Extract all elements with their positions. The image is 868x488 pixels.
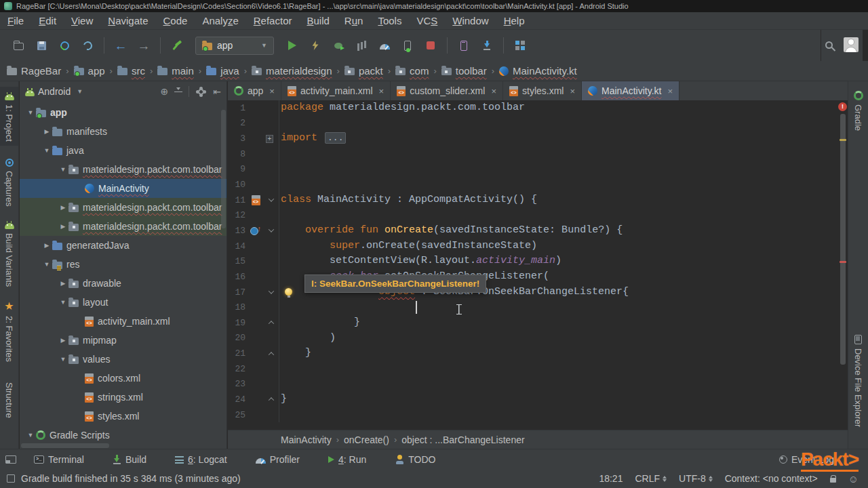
code-editor[interactable]: 1package materialdesign.packt.com.toolba… xyxy=(228,100,848,430)
warning-stripe-mark[interactable] xyxy=(840,139,846,141)
tree-down-arrow-icon[interactable]: ▼ xyxy=(58,166,68,173)
tree-item-styles-xml[interactable]: styles.xml xyxy=(20,407,226,426)
event-log-button[interactable]: Event Log xyxy=(779,454,834,465)
sync-project-gradle-button[interactable] xyxy=(53,35,76,56)
open-file-button[interactable] xyxy=(7,35,30,56)
toolwindow-logcat[interactable]: 6: Logcat xyxy=(175,454,227,465)
breadcrumb-java[interactable]: java xyxy=(206,65,239,77)
tab-activity-main-xml[interactable]: activity_main.xml× xyxy=(281,81,391,100)
menu-edit[interactable]: Edit xyxy=(31,15,64,26)
tree-down-arrow-icon[interactable]: ▼ xyxy=(58,299,68,306)
tree-right-arrow-icon[interactable]: ▶ xyxy=(41,242,52,249)
tree-item-materialdesign-packt-com-toolbar[interactable]: ▶materialdesign.packt.com.toolbar xyxy=(20,217,226,236)
tree-right-arrow-icon[interactable]: ▶ xyxy=(58,223,68,230)
close-icon[interactable]: × xyxy=(667,86,673,96)
attach-debugger-button[interactable] xyxy=(396,35,419,56)
project-view-selector[interactable]: Android xyxy=(38,86,71,97)
tree-down-arrow-icon[interactable]: ▼ xyxy=(41,147,52,154)
background-task-icon[interactable] xyxy=(7,474,15,483)
tree-down-arrow-icon[interactable]: ▼ xyxy=(58,356,68,363)
menu-window[interactable]: Window xyxy=(445,15,496,26)
error-indicator-icon[interactable]: ! xyxy=(838,102,847,111)
menu-view[interactable]: View xyxy=(64,15,100,26)
avd-manager-button[interactable] xyxy=(452,35,475,56)
sdk-manager-button[interactable] xyxy=(475,35,498,56)
context-indicator[interactable]: Context: <no context> xyxy=(725,473,818,484)
tree-item-generatedjava[interactable]: ▶generatedJava xyxy=(20,236,226,255)
tool-stripe-gradle[interactable]: Gradle xyxy=(848,87,868,135)
menu-analyze[interactable]: Analyze xyxy=(195,15,245,26)
debug-app-button[interactable] xyxy=(327,35,350,56)
user-avatar-button[interactable] xyxy=(844,37,859,54)
menu-help[interactable]: Help xyxy=(496,15,532,26)
caret-position[interactable]: 18:21 xyxy=(599,473,623,484)
profile-app-button[interactable] xyxy=(350,35,373,56)
menu-tools[interactable]: Tools xyxy=(370,15,409,26)
tree-item-mainactivity[interactable]: MainActivity xyxy=(20,179,226,198)
toolwindow-switcher-icon[interactable] xyxy=(5,455,16,464)
breadcrumb-src[interactable]: src xyxy=(117,65,145,77)
menu-build[interactable]: Build xyxy=(299,15,336,26)
tree-right-arrow-icon[interactable]: ▶ xyxy=(58,204,68,211)
apply-changes-button[interactable] xyxy=(304,35,327,56)
tool-stripe-1-project[interactable]: 1: Project xyxy=(0,87,18,146)
sync-button[interactable] xyxy=(76,35,99,56)
hide-panel-icon[interactable]: ⇤ xyxy=(213,87,221,96)
breadcrumb-packt[interactable]: packt xyxy=(344,65,383,77)
close-icon[interactable]: × xyxy=(570,86,575,96)
breadcrumb-app[interactable]: app xyxy=(74,65,105,77)
tree-item-materialdesign-packt-com-toolbar[interactable]: ▶materialdesign.packt.com.toolbar xyxy=(20,198,226,217)
tree-item-strings-xml[interactable]: strings.xml xyxy=(20,388,226,407)
tree-item-drawable[interactable]: ▶drawable xyxy=(20,274,226,293)
tree-item-app[interactable]: ▼app xyxy=(20,103,226,122)
tool-stripe-build-variants[interactable]: Build Variants xyxy=(0,216,18,291)
tree-item-gradle-scripts[interactable]: ▼Gradle Scripts xyxy=(20,426,226,445)
tool-stripe-device-file-explorer[interactable]: Device File Explorer xyxy=(848,331,868,431)
tree-down-arrow-icon[interactable]: ▼ xyxy=(25,109,36,116)
tree-item-res[interactable]: ▼res xyxy=(20,255,226,274)
editor-scrollbar[interactable] xyxy=(840,114,846,365)
editor-breadcrumb-oncreate[interactable]: onCreate() xyxy=(344,434,389,445)
editor-breadcrumb-object-barchangelistener[interactable]: object : ...BarChangeListener xyxy=(401,434,524,445)
tree-right-arrow-icon[interactable]: ▶ xyxy=(58,280,68,287)
breadcrumb-main[interactable]: main xyxy=(157,65,194,77)
line-separator-selector[interactable]: CRLF xyxy=(635,473,667,484)
tree-item-mipmap[interactable]: ▶mipmap xyxy=(20,331,226,350)
breadcrumb-mainactivity-kt[interactable]: MainActivity.kt xyxy=(499,65,577,77)
search-everywhere-button[interactable] xyxy=(825,40,833,51)
breadcrumb-materialdesign[interactable]: materialdesign xyxy=(252,65,332,77)
tab-styles-xml[interactable]: styles.xml× xyxy=(503,81,582,100)
breadcrumb-com[interactable]: com xyxy=(395,65,429,77)
close-icon[interactable]: × xyxy=(379,86,384,96)
tree-item-activity-main-xml[interactable]: activity_main.xml xyxy=(20,312,226,331)
toolwindow-run[interactable]: 4: Run xyxy=(328,454,366,465)
close-icon[interactable]: × xyxy=(491,86,496,96)
editor-breadcrumb-mainactivity[interactable]: MainActivity xyxy=(281,434,332,445)
tree-down-arrow-icon[interactable]: ▼ xyxy=(25,432,36,439)
profiler-button[interactable] xyxy=(373,35,396,56)
intention-bulb-icon[interactable] xyxy=(285,288,292,296)
tree-right-arrow-icon[interactable]: ▶ xyxy=(41,128,52,135)
tool-stripe-2-favorites[interactable]: ★2: Favorites xyxy=(0,297,18,366)
locate-file-icon[interactable]: ⊕ xyxy=(161,87,169,96)
tree-right-arrow-icon[interactable]: ▶ xyxy=(58,337,68,344)
tree-item-colors-xml[interactable]: colors.xml xyxy=(20,369,226,388)
navigate-back-button[interactable]: ← xyxy=(109,35,132,56)
stop-app-button[interactable] xyxy=(419,35,442,56)
close-icon[interactable]: × xyxy=(269,86,275,96)
tool-stripe-structure[interactable]: Structure xyxy=(0,378,18,422)
menu-file[interactable]: File xyxy=(0,15,31,26)
run-config-selector[interactable]: app▼ xyxy=(195,37,274,55)
toolwindow-profiler[interactable]: Profiler xyxy=(256,454,300,465)
tab-app[interactable]: app× xyxy=(228,81,281,100)
breadcrumb-ragebar[interactable]: RageBar xyxy=(7,65,61,77)
menu-code[interactable]: Code xyxy=(156,15,195,26)
save-all-button[interactable] xyxy=(30,35,53,56)
tree-horizontal-scrollbar[interactable] xyxy=(21,443,109,448)
toolwindow-todo[interactable]: TODO xyxy=(395,454,435,465)
run-app-button[interactable] xyxy=(281,35,304,56)
tab-mainactivity-kt[interactable]: MainActivity.kt× xyxy=(582,81,679,100)
tree-down-arrow-icon[interactable]: ▼ xyxy=(41,261,52,268)
breadcrumb-toolbar[interactable]: toolbar xyxy=(441,65,487,77)
tree-item-values[interactable]: ▼values xyxy=(20,350,226,369)
